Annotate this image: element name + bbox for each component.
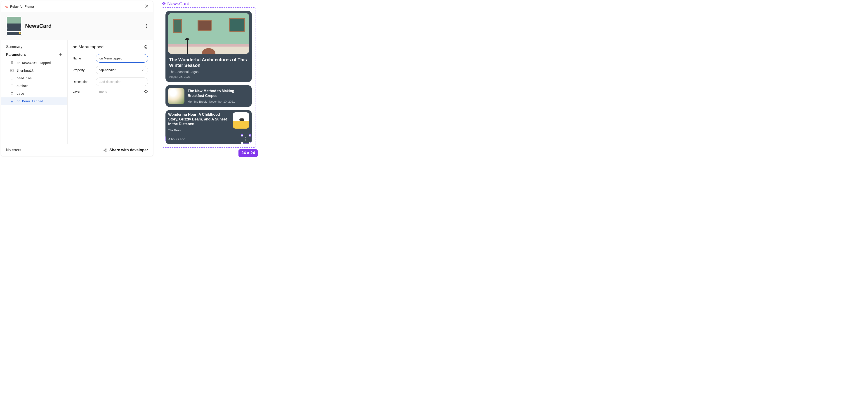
property-row: Property tap-handler [72,66,148,74]
close-icon [145,4,149,8]
figma-canvas-preview: NewsCard The Wonderful Architectures of … [162,1,255,156]
svg-rect-0 [11,69,13,72]
property-value: tap-handler [99,68,116,72]
detail-header: on Menu tapped [72,44,148,50]
image-icon [10,69,14,72]
story-date: 4 hours ago [168,137,185,141]
component-header: NewsCard [1,12,153,40]
param-label: on Menu tapped [17,99,43,103]
parameter-list: on NewsCard tapped thumbnail headline au… [1,59,67,105]
tap-icon [10,99,14,103]
param-on-menu-tapped[interactable]: on Menu tapped [1,97,67,105]
delete-button[interactable] [144,45,148,49]
parameters-heading-row: Parameters [1,53,67,59]
param-thumbnail[interactable]: thumbnail [1,67,67,74]
text-icon [10,92,14,95]
relay-logo-icon [4,4,8,8]
param-on-newscard-tapped[interactable]: on NewsCard tapped [1,59,67,67]
param-label: on NewsCard tapped [17,61,51,65]
component-menu-button[interactable] [145,23,148,29]
name-input[interactable] [96,54,148,63]
plugin-name: Relay for Figma [10,5,34,8]
param-author[interactable]: author [1,82,67,90]
param-label: date [17,92,24,95]
component-thumbnail [6,16,22,36]
property-label: Property [72,68,92,72]
add-parameter-button[interactable] [58,53,62,57]
story-thumbnail [233,112,249,129]
panel-header: Relay for Figma [1,1,153,12]
share-icon [103,148,107,152]
layer-value: menu [96,90,141,93]
chevron-down-icon [141,68,144,72]
share-label: Share with developer [110,148,148,152]
audio-thumbnail [168,88,184,104]
target-layer-button[interactable] [144,89,148,94]
param-label: author [17,84,28,88]
share-button[interactable]: Share with developer [103,148,148,152]
hero-image [168,13,249,54]
panel-body: Summary Parameters on NewsCard tapped th… [1,40,153,144]
hero-headline: The Wonderful Architectures of This Wint… [169,57,248,68]
text-icon [10,84,14,88]
layer-row: Layer menu [72,89,148,94]
audio-headline: The New Method to Making Breakfast Crepe… [188,89,249,98]
relay-panel: Relay for Figma NewsCard Summary Paramet… [1,1,153,156]
svg-point-2 [145,90,147,93]
hero-date: August 25, 2021 [169,75,248,78]
panel-footer: No errors Share with developer [1,144,153,156]
newscard-frame[interactable]: The Wonderful Architectures of This Wint… [162,7,255,148]
property-select[interactable]: tap-handler [96,66,148,74]
description-row: Description [72,77,148,86]
description-label: Description [72,80,92,84]
param-date[interactable]: date [1,90,67,97]
description-input[interactable] [96,77,148,86]
story-author: The Bees [168,129,230,132]
param-label: thumbnail [17,69,34,72]
error-status: No errors [6,148,21,152]
audio-author: Morning Break [188,100,207,103]
component-frame-label[interactable]: NewsCard [162,1,255,6]
svg-point-1 [11,70,12,70]
name-row: Name [72,54,148,63]
layer-label: Layer [72,90,92,93]
more-vertical-icon [246,137,246,141]
text-icon [10,76,14,80]
param-label: headline [17,76,32,80]
parameters-heading: Parameters [6,53,26,57]
selection-size-badge: 24 × 24 [239,150,258,157]
story-card[interactable]: Wondering Hour: A Childhood Story, Grizz… [165,110,252,144]
detail-title: on Menu tapped [72,44,103,50]
name-label: Name [72,57,92,60]
more-vertical-icon [146,24,147,28]
summary-heading: Summary [1,44,67,53]
tap-icon [10,61,14,65]
menu-button-selected[interactable] [243,136,249,142]
component-name: NewsCard [25,23,52,29]
story-headline: Wondering Hour: A Childhood Story, Grizz… [168,112,230,126]
detail-pane: on Menu tapped Name Property tap-handler… [68,40,153,144]
param-headline[interactable]: headline [1,74,67,82]
component-frame-name: NewsCard [167,1,189,6]
story-footer-selected[interactable]: 4 hours ago [165,135,252,144]
component-icon [162,2,166,6]
close-button[interactable] [144,3,150,10]
hero-card[interactable]: The Wonderful Architectures of This Wint… [165,11,252,82]
audio-card[interactable]: The New Method to Making Breakfast Crepe… [165,85,252,107]
audio-date: November 10, 2021 [209,100,235,103]
hero-author: The Seasonal Sagas [169,70,248,74]
plugin-brand: Relay for Figma [4,4,34,8]
sidebar: Summary Parameters on NewsCard tapped th… [1,40,68,144]
